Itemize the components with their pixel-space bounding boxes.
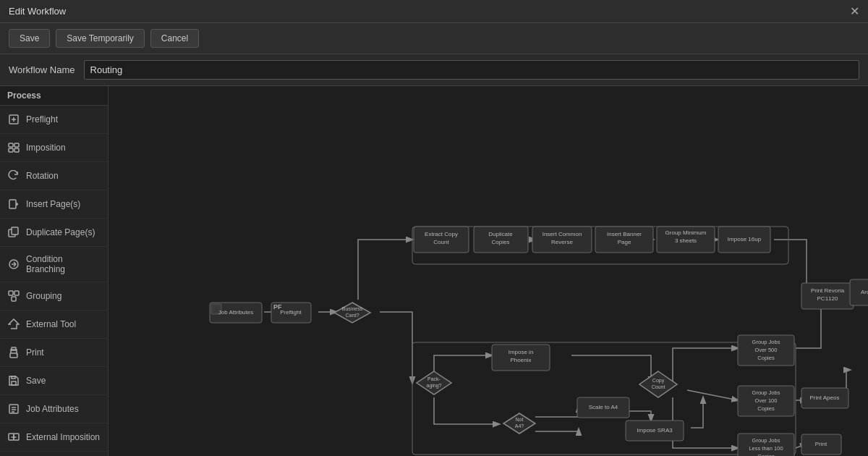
sidebar-label-external-imposition: External Imposition [26,432,100,442]
svg-text:Archiv: Archiv [861,289,868,295]
svg-rect-11 [12,227,18,235]
svg-text:Duplicate: Duplicate [488,231,513,237]
sidebar-label-preflight: Preflight [26,114,58,124]
imposition-icon [7,141,20,154]
node-insert-common-reverse[interactable]: Insert Common Reverse [532,227,592,253]
title-bar-text: Edit Workflow [9,6,66,17]
node-extract-copy-count[interactable]: Extract Copy Count [414,227,469,253]
svg-rect-18 [12,297,16,301]
node-packaging[interactable]: Pack- aging? [417,371,451,394]
close-button[interactable]: ✕ [850,6,859,17]
node-duplicate-copies[interactable]: Duplicate Copies [474,227,528,253]
svg-text:Copies: Copies [757,405,775,412]
sidebar-label-grouping: Grouping [26,291,61,301]
sidebar-label-rotation: Rotation [26,171,59,181]
sidebar-item-save[interactable]: Save [0,367,108,395]
svg-text:Group Jobs: Group Jobs [752,437,780,444]
svg-text:Over 100: Over 100 [755,397,778,404]
main-area: Process Preflight Imposition Rotation In… [0,86,868,456]
sidebar-item-grouping[interactable]: Grouping [0,282,108,311]
sidebar-label-insert-pages: Insert Page(s) [26,199,80,209]
sidebar-label-condition-branching: Condition Branching [26,254,101,274]
node-impose-sra3[interactable]: Impose SRA3 [626,421,684,441]
sidebar-item-preflight[interactable]: Preflight [0,106,108,134]
insert-pages-icon [7,198,20,211]
external-imposition-icon [7,431,20,444]
node-job-attributes[interactable]: Job Attributes [210,303,262,323]
svg-rect-5 [9,148,13,152]
sidebar-item-insert-pages[interactable]: Insert Page(s) [0,190,108,219]
node-archiv[interactable]: Archiv [850,279,868,305]
sidebar-item-condition-branching[interactable]: Condition Branching [0,247,108,282]
node-print-apeos[interactable]: Print Apeos [801,388,848,408]
svg-rect-16 [9,291,13,295]
svg-text:Print Revoria: Print Revoria [811,287,845,294]
canvas-area[interactable]: Job Attributes PF Preflight Business Car… [109,86,868,456]
svg-text:3 sheets: 3 sheets [675,237,697,244]
grouping-icon [7,290,20,303]
svg-text:Card?: Card? [345,313,359,318]
sidebar-item-print[interactable]: Print [0,339,108,367]
sidebar-item-rotation[interactable]: Rotation [0,162,108,190]
sidebar-label-duplicate-pages: Duplicate Page(s) [26,227,95,237]
svg-text:Group Jobs: Group Jobs [752,339,780,345]
node-not-a4[interactable]: Not A4? [503,413,535,434]
svg-text:Impose SRA3: Impose SRA3 [637,427,673,434]
save-temporarily-button[interactable]: Save Temporarily [56,29,144,48]
svg-line-39 [687,390,738,400]
svg-rect-7 [9,200,16,208]
svg-text:Insert Common: Insert Common [542,231,582,237]
svg-text:Business: Business [342,306,363,311]
save-icon [7,374,20,387]
svg-text:Insert Banner: Insert Banner [607,231,642,237]
job-attributes-icon [7,402,20,415]
sidebar-label-job-attributes: Job Attributes [26,404,79,414]
sidebar-item-external-imposition[interactable]: External Imposition [0,423,108,452]
node-business-card[interactable]: Business Card? [334,303,370,323]
node-group-min-3-sheets[interactable]: Group Minimum 3 sheets [657,227,715,253]
node-group-over-100[interactable]: Group Jobs Over 100 Copies [738,386,794,416]
node-preflight[interactable]: PF Preflight [271,303,311,323]
svg-text:Extract Copy: Extract Copy [425,231,458,237]
svg-rect-23 [12,376,15,379]
svg-rect-6 [14,148,19,152]
duplicate-pages-icon [7,226,20,239]
svg-text:Scale to A4: Scale to A4 [589,404,618,410]
workflow-name-row: Workflow Name [0,54,868,86]
svg-text:Pack-: Pack- [427,376,441,381]
sidebar-item-duplicate-pages[interactable]: Duplicate Page(s) [0,219,108,247]
rotation-icon [7,169,20,182]
node-impose-phoenix[interactable]: Impose in Phoenix [492,345,550,371]
svg-text:Impose in: Impose in [509,349,534,355]
node-group-less-100[interactable]: Group Jobs Less than 100 Copies [738,434,794,456]
sidebar-item-job-attributes[interactable]: Job Attributes [0,395,108,423]
sidebar-item-imposition[interactable]: Imposition [0,134,108,162]
node-print-revoria[interactable]: Print Revoria PC1120 [801,283,854,309]
workflow-name-label: Workflow Name [9,64,75,75]
svg-text:PC1120: PC1120 [817,295,838,302]
svg-text:Impose 16up: Impose 16up [728,236,762,242]
node-impose-16up[interactable]: Impose 16up [718,227,770,253]
svg-text:Copies: Copies [757,355,775,361]
node-group-over-500[interactable]: Group Jobs Over 500 Copies [738,335,794,366]
svg-text:Job Attributes: Job Attributes [218,309,253,316]
workflow-canvas: Job Attributes PF Preflight Business Car… [109,86,868,456]
svg-text:Less than 100: Less than 100 [749,445,783,452]
svg-rect-4 [14,143,19,147]
sidebar-item-external-tool[interactable]: External Tool [0,311,108,339]
svg-text:Count: Count [433,239,449,245]
save-button[interactable]: Save [9,29,50,48]
node-copy-count[interactable]: Copy Count [639,371,677,397]
node-print-final[interactable]: Print [801,434,841,455]
workflow-name-input[interactable] [84,60,859,80]
svg-text:Group Jobs: Group Jobs [752,389,780,396]
svg-text:aging?: aging? [426,383,441,389]
sidebar-label-save: Save [26,376,46,386]
svg-text:Count: Count [652,384,665,389]
node-insert-banner-page[interactable]: Insert Banner Page [595,227,653,253]
node-scale-to-a4[interactable]: Scale to A4 [577,397,629,418]
svg-text:Print Apeos: Print Apeos [810,394,840,401]
cancel-button[interactable]: Cancel [150,29,199,48]
sidebar-section-header: Process [0,86,108,106]
svg-rect-20 [12,347,16,350]
